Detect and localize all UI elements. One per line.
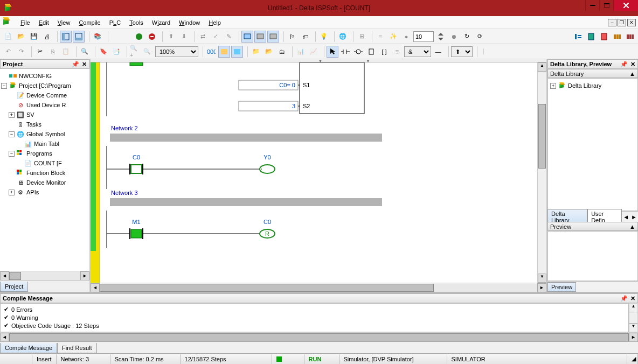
tree-gsym[interactable]: Global Symbol — [26, 131, 65, 137]
books-icon[interactable]: 📚 — [92, 31, 103, 43]
brackets-icon[interactable]: [ ] — [378, 46, 390, 58]
rtool3-icon[interactable] — [598, 31, 610, 43]
editor-vscroll[interactable]: ▲ ▼ — [537, 62, 546, 283]
preview-tab[interactable]: Preview — [547, 282, 576, 292]
vline-icon[interactable]: ⎸ — [480, 46, 491, 58]
run-icon[interactable] — [133, 31, 145, 43]
view-project-icon[interactable] — [60, 31, 72, 43]
tree-programs[interactable]: Programs — [26, 150, 52, 157]
tree-fblock[interactable]: Function Block — [26, 170, 65, 176]
tree-nwconfig[interactable]: NWCONFIG — [19, 73, 52, 79]
bulb-icon[interactable]: 💡 — [318, 31, 330, 43]
rtool5-icon[interactable] — [624, 31, 636, 43]
tab-nav-right[interactable]: ► — [630, 214, 638, 220]
mdi-close[interactable]: ✕ — [627, 19, 636, 26]
collapse-icon[interactable]: ▲ — [629, 71, 635, 77]
tree-devcomm[interactable]: Device Comme — [26, 92, 67, 99]
menu-plc[interactable]: PLC — [105, 18, 125, 27]
close-button[interactable] — [613, 0, 638, 11]
tree-count[interactable]: COUNT [F — [34, 160, 62, 166]
block-icon[interactable] — [365, 46, 377, 58]
folder-icon[interactable]: 📁 — [250, 46, 262, 58]
view-output-icon[interactable] — [73, 31, 85, 43]
tree-dmon[interactable]: Device Monitor — [26, 179, 66, 186]
hline-icon[interactable]: — — [432, 46, 444, 58]
panel-close-icon[interactable]: ✕ — [82, 61, 87, 68]
bookmark-add-icon[interactable]: 🔖 — [98, 46, 109, 58]
resize-grip[interactable]: ◢ — [627, 354, 638, 364]
right-pin-icon[interactable]: 📌 — [620, 61, 628, 68]
compile-close-icon[interactable]: ✕ — [630, 295, 635, 302]
step-input[interactable] — [413, 31, 434, 42]
coil-icon[interactable] — [352, 46, 364, 58]
menu-compile[interactable]: Compile — [74, 18, 105, 27]
folder2-icon[interactable]: 📂 — [263, 46, 275, 58]
monitor1-icon[interactable] — [241, 31, 253, 43]
ld-mode2-icon[interactable] — [231, 46, 243, 58]
lib-body[interactable]: +Delta Library — [547, 78, 638, 211]
flag-icon[interactable]: 🏳 — [286, 31, 298, 43]
rtool2-icon[interactable] — [585, 31, 597, 43]
zoom-select[interactable]: 100% — [155, 46, 198, 57]
mdi-restore[interactable]: ❐ — [618, 19, 626, 26]
project-tab[interactable]: Project — [0, 282, 28, 292]
find-icon[interactable]: 🔍 — [79, 46, 91, 58]
refresh-icon[interactable]: ↻ — [461, 31, 473, 43]
right-close-icon[interactable]: ✕ — [630, 61, 635, 68]
ed-scroll-left[interactable]: ◄ — [91, 283, 100, 292]
monitor2-icon[interactable] — [254, 31, 266, 43]
scroll-right-icon[interactable]: ► — [80, 271, 89, 281]
wand-icon[interactable]: ✨ — [387, 31, 399, 43]
spinner-icon[interactable] — [435, 31, 447, 43]
preview-header[interactable]: Preview▲ — [547, 222, 638, 231]
op-select[interactable]: & — [404, 46, 431, 57]
bookmark-nav-icon[interactable]: 📑 — [110, 46, 122, 58]
folder3-icon[interactable]: 🗂 — [276, 46, 288, 58]
compile-pin-icon[interactable]: 📌 — [620, 295, 628, 302]
menu-window[interactable]: Window — [175, 18, 204, 27]
msg-hscroll[interactable]: ◄► — [0, 332, 638, 341]
cut-icon[interactable]: ✂ — [34, 46, 46, 58]
contact-no-icon[interactable] — [339, 46, 351, 58]
minimize-button[interactable] — [585, 0, 599, 11]
menu-file[interactable]: File — [16, 18, 34, 27]
compile-messages[interactable]: ✔0 Errors ✔0 Warning ✔Objective Code Usa… — [0, 303, 629, 332]
menu-view[interactable]: View — [53, 18, 75, 27]
tree-toggle[interactable]: − — [1, 83, 7, 89]
menu-tools[interactable]: Tools — [125, 18, 148, 27]
tab-compile-message[interactable]: Compile Message — [0, 343, 57, 353]
tree-tasks[interactable]: Tasks — [26, 121, 41, 128]
pos-select[interactable]: ⬆ — [451, 46, 473, 57]
tree-sv[interactable]: SV — [26, 111, 34, 118]
tree-apis[interactable]: APIs — [26, 189, 39, 195]
save-icon[interactable]: 💾 — [28, 31, 40, 43]
ladder-canvas[interactable]: C0= 0 S1 3 S2 Network 2 C0 — [100, 62, 546, 283]
menu-wizard[interactable]: Wizard — [148, 18, 175, 27]
rtool1-icon[interactable] — [572, 31, 584, 43]
open-icon[interactable]: 📂 — [15, 31, 27, 43]
ed-scroll-right[interactable]: ► — [537, 283, 546, 292]
project-tree[interactable]: NWCONFIG −Project [C:\Program 📝Device Co… — [0, 69, 89, 271]
pin-icon[interactable]: 📌 — [72, 61, 79, 68]
tag-icon[interactable]: 🏷 — [299, 31, 311, 43]
globe-icon[interactable]: 🌐 — [337, 31, 349, 43]
sync-icon[interactable]: ⟳ — [474, 31, 486, 43]
tab-find-result[interactable]: Find Result — [57, 343, 97, 353]
tab-nav-left[interactable]: ◄ — [622, 214, 630, 220]
print-icon[interactable]: 🖨 — [41, 31, 53, 43]
tree-useddev[interactable]: Used Device R — [26, 102, 66, 108]
monitor3-icon[interactable] — [267, 31, 279, 43]
editor-hscroll[interactable]: ◄ ► — [91, 283, 546, 292]
maximize-button[interactable] — [599, 0, 613, 11]
ladder-tool-icon[interactable]: 000 — [205, 46, 217, 58]
menu-help[interactable]: Help — [204, 18, 225, 27]
stop-icon[interactable] — [146, 31, 158, 43]
new-icon[interactable]: 📄 — [2, 31, 14, 43]
scroll-left-icon[interactable]: ◄ — [0, 271, 9, 281]
tree-maintbl[interactable]: Main Tabl — [34, 141, 59, 147]
tree-hscroll[interactable]: ◄ ► — [0, 271, 89, 280]
preview-collapse-icon[interactable]: ▲ — [629, 223, 635, 230]
lib-header[interactable]: Delta Library▲ — [547, 69, 638, 78]
tree-project[interactable]: Project [C:\Program — [19, 82, 71, 89]
msg-vscroll[interactable]: ▲ ▼ — [629, 303, 638, 332]
